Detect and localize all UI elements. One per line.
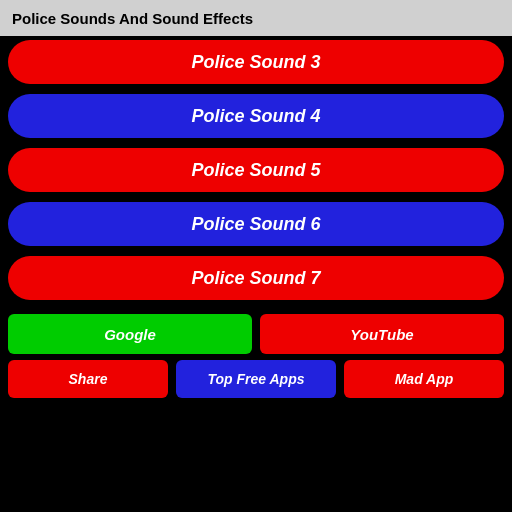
title-bar: Police Sounds And Sound Effects: [0, 0, 512, 36]
title-text: Police Sounds And Sound Effects: [12, 10, 253, 27]
sound5-button[interactable]: Police Sound 5: [8, 148, 504, 192]
footer-buttons-row: Share Top Free Apps Mad App: [8, 360, 504, 398]
mad-app-button[interactable]: Mad App: [344, 360, 504, 398]
sound7-button[interactable]: Police Sound 7: [8, 256, 504, 300]
top-free-apps-button[interactable]: Top Free Apps: [176, 360, 336, 398]
share-button[interactable]: Share: [8, 360, 168, 398]
sound3-button[interactable]: Police Sound 3: [8, 40, 504, 84]
sound6-button[interactable]: Police Sound 6: [8, 202, 504, 246]
sound4-button[interactable]: Police Sound 4: [8, 94, 504, 138]
youtube-button[interactable]: YouTube: [260, 314, 504, 354]
link-buttons-row: Google YouTube: [8, 314, 504, 354]
google-button[interactable]: Google: [8, 314, 252, 354]
